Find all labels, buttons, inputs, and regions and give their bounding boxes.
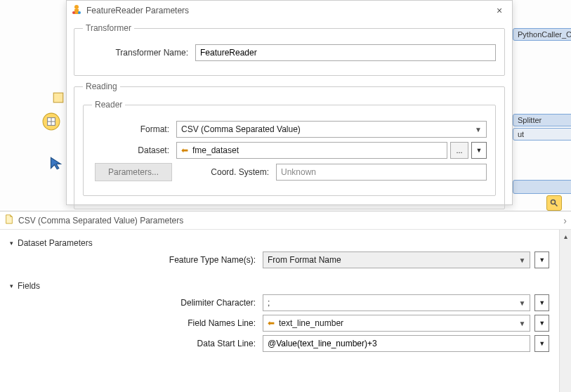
attribute-arrow-icon: ⬅ — [181, 145, 188, 155]
csv-close-button[interactable]: › — [563, 215, 567, 226]
svg-point-7 — [74, 5, 79, 9]
dataset-parameters-header[interactable]: ▾ Dataset Parameters — [10, 238, 549, 248]
format-label: Format: — [92, 124, 176, 134]
chevron-down-icon: ▼ — [518, 256, 525, 264]
parameters-button[interactable]: Parameters... — [95, 163, 172, 181]
chevron-down-icon: ▼ — [475, 126, 482, 133]
transformer-name-label: Transformer Name: — [83, 48, 195, 58]
dialog-titlebar: FeatureReader Parameters × — [67, 1, 512, 20]
chevron-down-icon: ▾ — [10, 240, 13, 247]
field-names-line-select[interactable]: ⬅ text_line_number ▼ — [263, 315, 530, 332]
attribute-arrow-icon: ⬅ — [268, 318, 275, 328]
reader-group: Reader Format: CSV (Comma Separated Valu… — [83, 100, 496, 196]
data-start-line-label: Data Start Line: — [10, 339, 263, 348]
dataset-options-button[interactable]: ▼ — [471, 142, 487, 159]
reading-legend: Reading — [83, 81, 120, 91]
vertical-scrollbar[interactable]: ▴ — [559, 230, 571, 392]
transformer-group: Transformer Transformer Name: — [74, 23, 505, 76]
svg-point-9 — [72, 11, 75, 14]
field-names-line-options-button[interactable]: ▼ — [534, 315, 549, 332]
svg-rect-2 — [53, 93, 63, 103]
canvas-node-empty[interactable] — [513, 180, 571, 194]
search-icon[interactable] — [546, 195, 562, 211]
feature-type-label: Feature Type Name(s): — [10, 255, 263, 265]
transformer-name-input[interactable] — [195, 44, 496, 61]
coord-system-label: Coord. System: — [210, 167, 276, 177]
delimiter-select[interactable]: ; ▼ — [263, 294, 530, 311]
data-start-line-input[interactable] — [263, 335, 530, 352]
csv-dialog-title: CSV (Comma Separated Value) Parameters — [18, 216, 183, 226]
table-icon — [42, 112, 60, 133]
chevron-down-icon: ▾ — [10, 282, 13, 289]
cursor-icon — [49, 156, 63, 172]
fields-header[interactable]: ▾ Fields — [10, 281, 549, 291]
dataset-label: Dataset: — [92, 145, 176, 155]
svg-rect-8 — [74, 9, 79, 14]
csv-icon — [4, 214, 14, 226]
field-names-line-label: Field Names Line: — [10, 318, 263, 328]
scroll-up-arrow-icon[interactable]: ▴ — [560, 233, 571, 240]
svg-line-1 — [555, 204, 558, 207]
svg-point-0 — [551, 200, 556, 204]
close-button[interactable]: × — [491, 5, 508, 16]
transformer-legend: Transformer — [83, 23, 134, 33]
browse-button[interactable]: ... — [450, 142, 468, 159]
data-start-line-options-button[interactable]: ▼ — [534, 335, 549, 352]
delimiter-options-button[interactable]: ▼ — [534, 294, 549, 311]
canvas-node-splitter-port[interactable]: ut — [513, 128, 571, 141]
csv-parameters-dialog: CSV (Comma Separated Value) Parameters ›… — [0, 211, 571, 392]
dialog-title: FeatureReader Parameters — [86, 6, 491, 15]
feature-type-options-button[interactable]: ▼ — [534, 251, 549, 268]
reader-legend: Reader — [92, 100, 125, 110]
featurereader-dialog: FeatureReader Parameters × Transformer T… — [66, 0, 513, 205]
svg-point-10 — [78, 11, 81, 14]
format-select[interactable]: CSV (Comma Separated Value) ▼ — [176, 121, 487, 138]
feature-type-select[interactable]: From Format Name ▼ — [263, 251, 530, 268]
dataset-input[interactable]: ⬅ fme_dataset — [176, 142, 447, 159]
canvas-node-pythoncaller[interactable]: PythonCaller_C — [513, 28, 571, 41]
delimiter-label: Delimiter Character: — [10, 298, 263, 308]
canvas-node-splitter[interactable]: Splitter — [513, 114, 571, 126]
chevron-down-icon: ▼ — [518, 320, 525, 327]
chevron-down-icon: ▼ — [518, 299, 525, 307]
transformer-icon — [71, 4, 82, 18]
coord-system-input[interactable] — [276, 164, 487, 181]
csv-dialog-titlebar: CSV (Comma Separated Value) Parameters › — [0, 211, 571, 230]
bookmark-icon — [52, 91, 65, 106]
reading-group: Reading Reader Format: CSV (Comma Separa… — [74, 81, 505, 209]
